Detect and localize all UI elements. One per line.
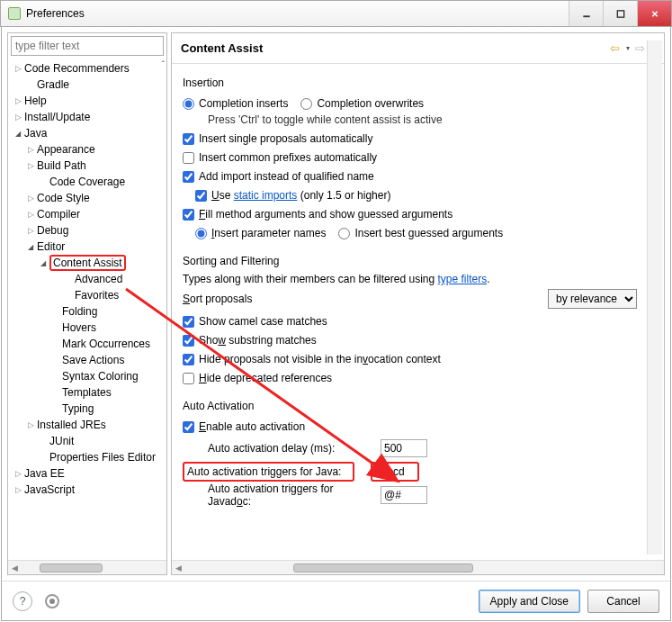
triggers-javadoc-label: Auto activation triggers for Javadoc: xyxy=(183,482,372,508)
triggers-java-label-highlight: Auto activation triggers for Java: xyxy=(183,462,354,482)
close-button[interactable] xyxy=(637,1,671,26)
tree-folding[interactable]: Folding xyxy=(8,303,166,320)
tree-properties-files[interactable]: Properties Files Editor xyxy=(8,449,166,465)
show-substring-label: Show substring matches xyxy=(199,334,317,347)
tree-typing[interactable]: Typing xyxy=(8,401,166,417)
tree-install-update[interactable]: Install/Update xyxy=(8,109,166,125)
tree-java[interactable]: Java xyxy=(8,125,166,141)
type-filters-text: Types along with their members can be fi… xyxy=(183,273,490,285)
tree-gradle[interactable]: Gradle xyxy=(8,77,166,93)
triggers-java-label: Auto activation triggers for Java: xyxy=(187,465,341,478)
triggers-java-field[interactable] xyxy=(375,464,415,480)
tree-content-assist[interactable]: Content Assist xyxy=(8,255,166,271)
content-hscrollbar[interactable]: ◀ xyxy=(172,560,664,574)
add-import-label: Add import instead of qualified name xyxy=(199,170,374,183)
triggers-java-field-highlight xyxy=(371,462,419,482)
sidebar: ˆ Code Recommenders Gradle Help Install/… xyxy=(7,32,167,575)
hide-proposals-checkbox[interactable] xyxy=(183,354,194,365)
static-imports-link[interactable]: static imports xyxy=(234,189,298,202)
completion-overwrites-label: Completion overwrites xyxy=(317,97,424,110)
sorting-group-title: Sorting and Filtering xyxy=(183,255,637,267)
tree-editor[interactable]: Editor xyxy=(8,239,166,255)
tree-mark-occurrences[interactable]: Mark Occurrences xyxy=(8,336,166,352)
insertion-group-title: Insertion xyxy=(183,77,637,89)
tree-build-path[interactable]: Build Path xyxy=(8,158,166,174)
dialog-button-bar: ? Apply and Close Cancel xyxy=(2,581,670,620)
show-camel-label: Show camel case matches xyxy=(199,315,327,328)
sync-icon[interactable] xyxy=(45,594,59,608)
tree-junit[interactable]: JUnit xyxy=(8,433,166,449)
fill-method-checkbox[interactable] xyxy=(183,209,194,221)
show-camel-checkbox[interactable] xyxy=(183,316,194,328)
tree-javascript[interactable]: JavaScript xyxy=(8,482,166,498)
tree-advanced[interactable]: Advanced xyxy=(8,271,166,287)
preferences-tree[interactable]: Code Recommenders Gradle Help Install/Up… xyxy=(8,59,166,560)
show-substring-checkbox[interactable] xyxy=(183,335,194,347)
tree-code-style[interactable]: Code Style xyxy=(8,190,166,206)
page-title: Content Assist xyxy=(181,41,610,55)
fill-method-label: Fill method arguments and show guessed a… xyxy=(199,208,452,221)
window-title: Preferences xyxy=(26,7,569,20)
insert-single-checkbox[interactable] xyxy=(183,133,194,145)
use-static-imports-checkbox[interactable] xyxy=(195,190,207,202)
help-button[interactable]: ? xyxy=(13,591,32,611)
filter-container xyxy=(8,33,166,59)
sidebar-hscrollbar[interactable]: ◀ xyxy=(8,560,166,574)
completion-inserts-label: Completion inserts xyxy=(199,97,288,110)
cancel-button[interactable]: Cancel xyxy=(587,590,659,613)
add-import-checkbox[interactable] xyxy=(183,171,194,183)
triggers-javadoc-field[interactable] xyxy=(381,486,427,504)
minimize-button[interactable] xyxy=(569,1,603,26)
type-filters-link[interactable]: type filters xyxy=(437,273,487,285)
filter-input[interactable] xyxy=(11,36,164,56)
tree-debug[interactable]: Debug xyxy=(8,222,166,239)
forward-button[interactable]: ⇨ xyxy=(635,41,645,55)
content-panel: Content Assist ⇦▾ ⇨▾ Insertion Completio… xyxy=(171,32,665,575)
use-static-imports-label: Use static imports (only 1.5 or higher) xyxy=(211,189,390,202)
svg-rect-1 xyxy=(617,10,623,16)
sort-proposals-label: Sort proposals xyxy=(183,293,252,305)
sort-proposals-select[interactable]: by relevance xyxy=(548,289,637,309)
apply-and-close-button[interactable]: Apply and Close xyxy=(479,590,580,613)
auto-activation-group-title: Auto Activation xyxy=(183,400,637,412)
completion-overwrites-radio[interactable] xyxy=(300,98,312,110)
ctrl-help-text: Press 'Ctrl' to toggle while content ass… xyxy=(183,113,637,126)
hide-deprecated-checkbox[interactable] xyxy=(183,373,194,384)
tree-code-coverage[interactable]: Code Coverage xyxy=(8,174,166,190)
preferences-icon xyxy=(8,7,21,20)
tree-compiler[interactable]: Compiler xyxy=(8,206,166,222)
insert-single-label: Insert single proposals automatically xyxy=(199,132,372,145)
tree-hovers[interactable]: Hovers xyxy=(8,320,166,336)
insert-common-label: Insert common prefixes automatically xyxy=(199,151,377,164)
tree-installed-jres[interactable]: Installed JREs xyxy=(8,417,166,433)
insert-best-guessed-label: Insert best guessed arguments xyxy=(354,227,503,239)
insert-common-checkbox[interactable] xyxy=(183,152,194,164)
hide-deprecated-label: Hide deprecated references xyxy=(199,372,332,384)
tree-favorites[interactable]: Favorites xyxy=(8,287,166,303)
tree-code-recommenders[interactable]: Code Recommenders xyxy=(8,60,166,77)
enable-auto-activation-checkbox[interactable] xyxy=(183,421,194,433)
title-bar: Preferences xyxy=(0,0,672,27)
tree-help[interactable]: Help xyxy=(8,93,166,109)
hide-proposals-label: Hide proposals not visible in the invoca… xyxy=(199,353,441,365)
tree-appearance[interactable]: Appearance xyxy=(8,141,166,158)
insert-param-names-label: Insert parameter names xyxy=(211,227,326,239)
completion-inserts-radio[interactable] xyxy=(183,98,194,110)
tree-save-actions[interactable]: Save Actions xyxy=(8,352,166,368)
maximize-button[interactable] xyxy=(603,1,637,26)
activation-delay-field[interactable] xyxy=(381,439,427,457)
insert-param-names-radio[interactable] xyxy=(195,228,207,239)
tree-java-ee[interactable]: Java EE xyxy=(8,465,166,482)
insert-best-guessed-radio[interactable] xyxy=(338,228,350,239)
tree-templates[interactable]: Templates xyxy=(8,384,166,401)
enable-auto-activation-label: Enable auto activation xyxy=(199,420,305,433)
back-button[interactable]: ⇦ xyxy=(610,41,620,55)
tree-syntax-coloring[interactable]: Syntax Coloring xyxy=(8,368,166,384)
activation-delay-label: Auto activation delay (ms): xyxy=(183,442,372,455)
